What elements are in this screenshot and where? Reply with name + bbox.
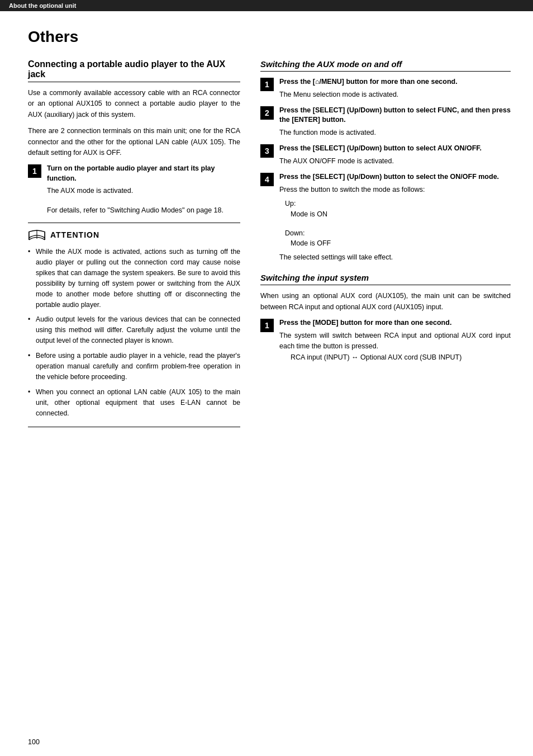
down-value: Mode is OFF	[291, 238, 511, 249]
top-bar-label: About the optional unit	[9, 2, 76, 9]
right-step4-effect: The selected settings will take effect.	[279, 252, 511, 263]
left-section-heading: Connecting a portable audio player to th…	[28, 59, 240, 79]
down-label: Down:	[285, 228, 511, 239]
left-step1-number: 1	[28, 164, 41, 178]
page-title: Others	[28, 28, 511, 46]
right-step1-desc: The Menu selection mode is activated.	[279, 89, 511, 100]
right-section2-heading: Switching the input system	[260, 273, 511, 282]
top-bar: About the optional unit	[0, 0, 533, 11]
up-label: Up:	[285, 199, 511, 209]
right-step1: 1 Press the [⌂/MENU] button for more tha…	[260, 77, 511, 100]
right-s2-step1-content: Press the [MODE] button for more than on…	[279, 318, 511, 363]
up-down-block: Up: Mode is ON Down: Mode is OFF	[285, 199, 511, 249]
right-step2-desc: The function mode is activated.	[279, 127, 511, 138]
right-step1-content: Press the [⌂/MENU] button for more than …	[279, 77, 511, 100]
attention-item-4: When you connect an optional LAN cable (…	[28, 387, 240, 419]
right-step3: 3 Press the [SELECT] (Up/Down) button to…	[260, 144, 511, 167]
right-s2-step1-title: Press the [MODE] button for more than on…	[279, 318, 511, 328]
right-section2-intro: When using an optional AUX cord (AUX105)…	[260, 291, 511, 313]
up-value: Mode is ON	[291, 209, 511, 220]
right-step1-title: Press the [⌂/MENU] button for more than …	[279, 77, 511, 87]
page-number: 100	[28, 738, 40, 746]
left-intro1: Use a commonly available accessory cable…	[28, 88, 240, 120]
right-section1-heading: Switching the AUX mode on and off	[260, 59, 511, 69]
right-step4-desc: Press the button to switch the mode as f…	[279, 185, 511, 195]
attention-item-3: Before using a portable audio player in …	[28, 351, 240, 382]
right-s2-step1-desc: The system will switch between RCA input…	[279, 330, 511, 352]
right-s2-step1: 1 Press the [MODE] button for more than …	[260, 318, 511, 363]
right-step2-content: Press the [SELECT] (Up/Down) button to s…	[279, 106, 511, 138]
right-step3-title: Press the [SELECT] (Up/Down) button to s…	[279, 144, 511, 154]
left-step1-content: Turn on the portable audio player and st…	[47, 164, 240, 216]
right-step2: 2 Press the [SELECT] (Up/Down) button to…	[260, 106, 511, 138]
right-section2-divider	[260, 285, 511, 285]
attention-title: ATTENTION	[50, 230, 99, 239]
right-step3-number: 3	[260, 144, 274, 158]
rca-line: RCA input (INPUT) ↔ Optional AUX cord (S…	[291, 352, 511, 363]
right-step3-content: Press the [SELECT] (Up/Down) button to s…	[279, 144, 511, 167]
right-step3-desc: The AUX ON/OFF mode is activated.	[279, 156, 511, 167]
left-step1-title: Turn on the portable audio player and st…	[47, 164, 240, 183]
attention-bottom-divider	[28, 427, 240, 427]
right-step4: 4 Press the [SELECT] (Up/Down) button to…	[260, 172, 511, 263]
attention-item-1: While the AUX mode is activated, actions…	[28, 247, 240, 310]
attention-item-2: Audio output levels for the various devi…	[28, 314, 240, 346]
left-step1-desc1: The AUX mode is activated.	[47, 186, 240, 196]
right-step4-title: Press the [SELECT] (Up/Down) button to s…	[279, 172, 511, 182]
left-column: Connecting a portable audio player to th…	[28, 59, 240, 427]
left-step1-desc2: For details, refer to "Switching Audio M…	[47, 205, 240, 216]
left-step1: 1 Turn on the portable audio player and …	[28, 164, 240, 216]
left-intro2: There are 2 connection terminals on this…	[28, 126, 240, 158]
right-step2-title: Press the [SELECT] (Up/Down) button to s…	[279, 106, 511, 125]
right-section1-divider	[260, 71, 511, 72]
right-step1-number: 1	[260, 78, 274, 91]
right-column: Switching the AUX mode on and off 1 Pres…	[260, 59, 511, 427]
attention-list: While the AUX mode is activated, actions…	[28, 247, 240, 419]
right-s2-step1-number: 1	[260, 319, 274, 332]
right-step4-content: Press the [SELECT] (Up/Down) button to s…	[279, 172, 511, 263]
right-step2-number: 2	[260, 106, 274, 120]
attention-icon	[28, 228, 46, 242]
left-divider	[28, 82, 240, 82]
attention-block: ATTENTION While the AUX mode is activate…	[28, 223, 240, 427]
attention-header: ATTENTION	[28, 228, 240, 242]
right-step4-number: 4	[260, 173, 274, 186]
